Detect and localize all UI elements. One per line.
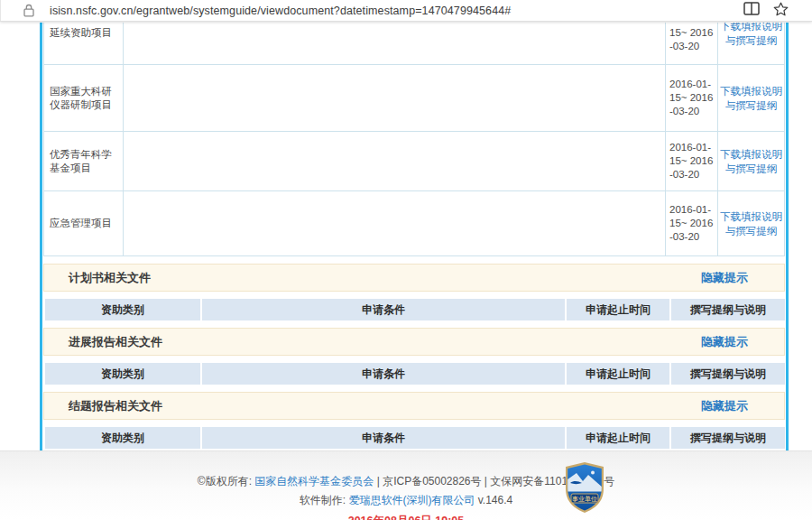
download-guide-link[interactable]: 下载填报说明与撰写提纲 [719, 209, 783, 238]
column-header: 申请条件 [202, 299, 565, 320]
section-bar-progress-report: 进展报告相关文件 隐藏提示 [43, 328, 785, 356]
software-line: 软件制作: 爱瑞思软件(深圳)有限公司 v.146.4 [0, 493, 812, 508]
table-row: 延续资助项目 2016-01-15~ 2016-03-20 下载填报说明与撰写提… [44, 23, 785, 65]
download-guide-link[interactable]: 下载填报说明与撰写提纲 [719, 23, 783, 48]
hide-tips-link[interactable]: 隐藏提示 [701, 270, 748, 286]
address-bar-edge [0, 0, 9, 21]
condition-cell [124, 23, 666, 65]
table-row: 优秀青年科学基金项目 2016-01-15~ 2016-03-20 下载填报说明… [44, 132, 785, 191]
column-header: 资助类别 [45, 427, 200, 449]
condition-cell [124, 65, 666, 132]
page-timestamp: 2016年08月06日 19:05 [0, 514, 812, 520]
document-panel: 延续资助项目 2016-01-15~ 2016-03-20 下载填报说明与撰写提… [40, 23, 789, 450]
badge-label: 事业单位 [572, 496, 597, 503]
section-header-row: 资助类别 申请条件 申请起止时间 撰写提纲与说明 [43, 299, 787, 320]
software-version: v.146.4 [475, 494, 512, 506]
period-cell: 2016-01-15~ 2016-03-20 [666, 65, 718, 132]
download-guide-link[interactable]: 下载填报说明与撰写提纲 [719, 84, 783, 113]
url-text[interactable]: isisn.nsfc.gov.cn/egrantweb/systemguide/… [50, 5, 511, 17]
table-row: 应急管理项目 2016-01-15~ 2016-03-20 下载填报说明与撰写提… [44, 191, 785, 256]
download-guide-link[interactable]: 下载填报说明与撰写提纲 [719, 147, 783, 176]
section-header-row: 资助类别 申请条件 申请起止时间 撰写提纲与说明 [43, 363, 787, 385]
section-bar-final-report: 结题报告相关文件 隐藏提示 [43, 392, 785, 420]
section-bar-plan-documents: 计划书相关文件 隐藏提示 [43, 264, 785, 292]
condition-cell [124, 191, 666, 256]
category-cell: 国家重大科研仪器研制项目 [44, 65, 124, 132]
browser-address-bar: isisn.nsfc.gov.cn/egrantweb/systemguide/… [0, 0, 812, 22]
column-header: 申请起止时间 [567, 299, 669, 320]
section-title: 结题报告相关文件 [69, 398, 162, 414]
page-content: 延续资助项目 2016-01-15~ 2016-03-20 下载填报说明与撰写提… [0, 23, 812, 450]
column-header: 申请起止时间 [567, 427, 669, 449]
category-cell: 延续资助项目 [44, 23, 124, 65]
hide-tips-link[interactable]: 隐藏提示 [701, 334, 748, 350]
lock-icon[interactable] [23, 4, 34, 17]
funding-category-table: 延续资助项目 2016-01-15~ 2016-03-20 下载填报说明与撰写提… [43, 23, 785, 256]
table-row: 国家重大科研仪器研制项目 2016-01-15~ 2016-03-20 下载填报… [44, 65, 785, 132]
column-header: 资助类别 [45, 363, 200, 385]
period-cell: 2016-01-15~ 2016-03-20 [666, 23, 718, 65]
category-cell: 优秀青年科学基金项目 [44, 132, 124, 191]
column-header: 撰写提纲与说明 [671, 427, 785, 449]
software-vendor-link[interactable]: 爱瑞思软件(深圳)有限公司 [348, 494, 475, 506]
copyright-line: ©版权所有: 国家自然科学基金委员会 | 京ICP备05002826号 | 文保… [0, 474, 812, 489]
copyright-prefix: ©版权所有: [198, 475, 255, 488]
hide-tips-link[interactable]: 隐藏提示 [701, 398, 748, 414]
section-title: 进展报告相关文件 [69, 334, 162, 350]
condition-cell [124, 132, 666, 191]
section-title: 计划书相关文件 [69, 270, 151, 286]
reading-view-icon[interactable] [743, 2, 760, 19]
category-cell: 应急管理项目 [44, 191, 124, 256]
period-cell: 2016-01-15~ 2016-03-20 [666, 132, 718, 191]
favorites-star-icon[interactable] [773, 2, 789, 20]
period-cell: 2016-01-15~ 2016-03-20 [666, 191, 718, 256]
software-prefix: 软件制作: [300, 494, 349, 506]
section-header-row: 资助类别 申请条件 申请起止时间 撰写提纲与说明 [43, 427, 787, 449]
column-header: 撰写提纲与说明 [671, 363, 785, 385]
public-institution-badge[interactable]: 事业单位 [563, 461, 606, 517]
column-header: 申请条件 [202, 427, 565, 449]
page: isisn.nsfc.gov.cn/egrantweb/systemguide/… [0, 0, 812, 520]
page-footer: ©版权所有: 国家自然科学基金委员会 | 京ICP备05002826号 | 文保… [0, 450, 812, 520]
nsfc-org-link[interactable]: 国家自然科学基金委员会 [254, 475, 374, 488]
column-header: 资助类别 [45, 299, 200, 320]
column-header: 申请条件 [202, 363, 565, 385]
column-header: 撰写提纲与说明 [671, 299, 785, 320]
column-header: 申请起止时间 [567, 363, 669, 385]
